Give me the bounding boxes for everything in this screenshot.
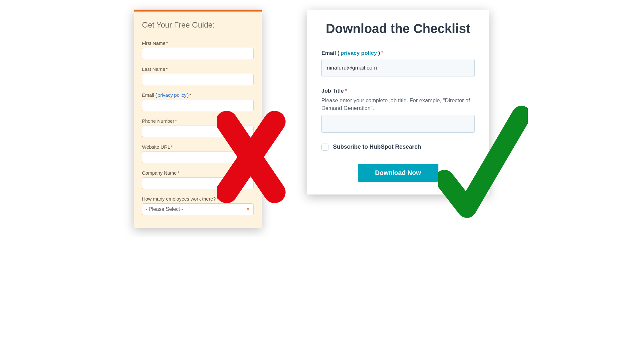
email-label-post: ) [187, 92, 189, 98]
phone-field: Phone Number * [142, 118, 253, 137]
company-input[interactable] [142, 178, 253, 189]
required-marker: * [175, 118, 177, 124]
website-field: Website URL * [142, 144, 253, 163]
required-marker: * [177, 170, 179, 176]
required-marker: * [189, 92, 191, 98]
first-name-input[interactable] [142, 48, 253, 59]
job-title-input[interactable] [321, 115, 475, 133]
required-marker: * [171, 144, 173, 150]
chevron-down-icon: ▼ [246, 207, 250, 211]
right-form-card: Download the Checklist Email (privacy po… [307, 10, 489, 194]
download-now-button[interactable]: Download Now [358, 164, 438, 182]
right-form-title: Download the Checklist [321, 21, 475, 36]
first-name-field: First Name * [142, 40, 253, 59]
employees-selected: - Please Select - [145, 206, 183, 212]
last-name-input[interactable] [142, 74, 253, 85]
email-label-post-right: ) [378, 50, 380, 56]
job-title-help: Please enter your complete job title. Fo… [321, 97, 475, 112]
subscribe-label: Subscribe to HubSpot Research [333, 144, 421, 150]
required-marker: * [381, 50, 384, 56]
employees-field: How many employees work there? * - Pleas… [142, 196, 253, 215]
email-input-right[interactable] [321, 59, 475, 77]
job-title-field: Job Title* Please enter your complete jo… [321, 88, 475, 133]
subscribe-row: Subscribe to HubSpot Research [321, 144, 475, 151]
website-label: Website URL [142, 144, 170, 150]
first-name-label: First Name [142, 40, 165, 46]
required-marker: * [166, 40, 168, 46]
company-field: Company Name * [142, 170, 253, 189]
company-label: Company Name [142, 170, 177, 176]
website-input[interactable] [142, 152, 253, 163]
phone-input[interactable] [142, 126, 253, 137]
privacy-policy-link-left[interactable]: privacy policy [158, 92, 187, 98]
job-title-label: Job Title [321, 88, 344, 94]
email-input-left[interactable] [142, 100, 253, 111]
required-marker: * [216, 196, 218, 202]
email-field-left: Email ( privacy policy ) * [142, 92, 253, 111]
phone-label: Phone Number [142, 118, 174, 124]
required-marker: * [345, 88, 347, 94]
good-form-panel: Download the Checklist Email (privacy po… [307, 10, 489, 194]
required-marker: * [166, 66, 168, 72]
email-label-pre-right: Email ( [321, 50, 339, 56]
employees-label: How many employees work there? [142, 196, 216, 202]
email-label-pre: Email ( [142, 92, 157, 98]
email-field-right: Email (privacy policy)* [321, 50, 475, 77]
bad-form-panel: Get Your Free Guide: First Name * Last N… [134, 10, 262, 228]
left-form-title: Get Your Free Guide: [142, 12, 253, 40]
left-form-card: Get Your Free Guide: First Name * Last N… [134, 10, 262, 228]
employees-select[interactable]: - Please Select - ▼ [142, 203, 253, 215]
last-name-label: Last Name [142, 66, 165, 72]
last-name-field: Last Name * [142, 66, 253, 85]
subscribe-checkbox[interactable] [321, 144, 328, 151]
privacy-policy-link-right[interactable]: privacy policy [341, 50, 377, 56]
